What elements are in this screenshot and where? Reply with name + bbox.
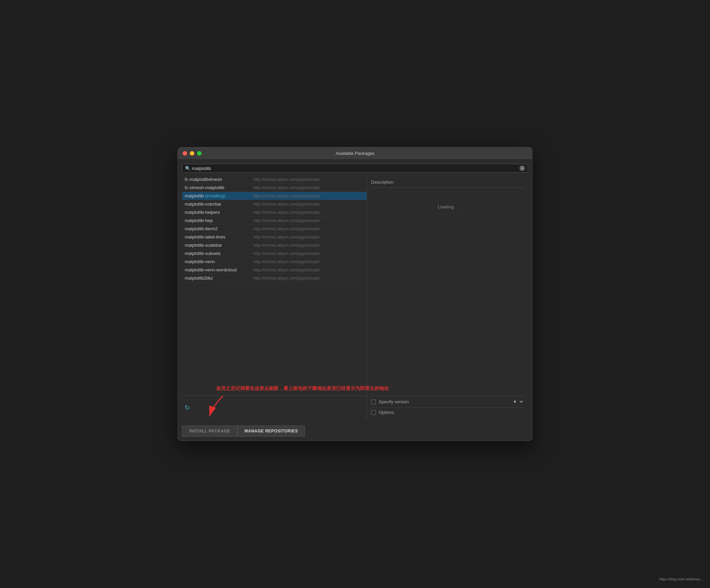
search-bar: 🔍 × <box>182 164 528 173</box>
search-icon: 🔍 <box>185 166 191 171</box>
table-row[interactable]: matplotlib-hephttp://mirrors.aliyun.com/… <box>182 217 367 225</box>
package-name: matplotlib-scalebar <box>185 243 253 248</box>
specify-version-text: Specify version <box>379 399 409 404</box>
options-label[interactable]: Options <box>371 410 394 415</box>
available-packages-window: Available Packages 🔍 × fc-matplotlib4mes… <box>178 147 532 441</box>
table-row[interactable]: matplotlib-venn-wordcloudhttp://mirrors.… <box>182 266 367 274</box>
search-clear-button[interactable]: × <box>519 166 525 171</box>
table-row[interactable]: matplotlib-vennhttp://mirrors.aliyun.com… <box>182 258 367 266</box>
table-row[interactable]: matplotlib-subsetshttp://mirrors.aliyun.… <box>182 249 367 258</box>
table-row[interactable]: matplotlib-helpershttp://mirrors.aliyun.… <box>182 208 367 217</box>
loading-text: Loading... <box>371 204 524 209</box>
package-name: matplotlib-hep <box>185 218 253 223</box>
package-name: matplotlib-venn <box>185 259 253 264</box>
footer-buttons: INSTALL PACKAGE MANAGE REPOSITORIES <box>182 422 528 437</box>
package-url: http://mirrors.aliyun.com/pypi/simple/ <box>253 268 320 272</box>
package-name: matplotlib-helpers <box>185 210 253 215</box>
specify-version-label[interactable]: Specify version <box>371 399 409 404</box>
package-name: matplotlib-colorbar <box>185 201 253 207</box>
table-row[interactable]: matplotlib-scalebarhttp://mirrors.aliyun… <box>182 241 367 249</box>
package-name: matplotlib(installing) <box>185 193 253 198</box>
titlebar: Available Packages <box>178 147 532 160</box>
options-row: Options <box>371 407 524 417</box>
table-row[interactable]: fc-simesh-matplotlibhttp://mirrors.aliyu… <box>182 184 367 192</box>
content-area: fc-matplotlib4meshhttp://mirrors.aliyun.… <box>182 175 528 420</box>
bottom-controls: 改完之后记得要在这里点刷新，看上面包的下载地址是否已经显示为阿里云的地址 ↻ <box>182 396 367 420</box>
package-url: http://mirrors.aliyun.com/pypi/simple/ <box>253 235 320 240</box>
options-text: Options <box>379 410 394 415</box>
table-row[interactable]: matplotlib-label-lineshttp://mirrors.ali… <box>182 233 367 241</box>
package-url: http://mirrors.aliyun.com/pypi/simple/ <box>253 194 320 198</box>
window-controls <box>183 151 201 156</box>
package-list[interactable]: fc-matplotlib4meshhttp://mirrors.aliyun.… <box>182 175 367 396</box>
options-checkbox[interactable] <box>371 410 376 415</box>
table-row[interactable]: fc-matplotlib4meshhttp://mirrors.aliyun.… <box>182 175 367 184</box>
arrow-icon <box>203 392 230 420</box>
close-button[interactable] <box>183 151 187 156</box>
package-name: matplotlib-venn-wordcloud <box>185 267 253 272</box>
right-panel: Description Loading... Specify version ▼ <box>367 175 528 420</box>
search-input[interactable] <box>192 166 519 171</box>
package-url: http://mirrors.aliyun.com/pypi/simple/ <box>253 218 320 223</box>
table-row[interactable]: matplotlib(installing)http://mirrors.ali… <box>182 192 367 200</box>
table-row[interactable]: matplotlib-colorbarhttp://mirrors.aliyun… <box>182 200 367 208</box>
package-name: fc-simesh-matplotlib <box>185 185 253 190</box>
package-url: http://mirrors.aliyun.com/pypi/simple/ <box>253 251 320 256</box>
window-body: 🔍 × fc-matplotlib4meshhttp://mirrors.ali… <box>178 160 532 441</box>
table-row[interactable]: matplotlib2tikzhttp://mirrors.aliyun.com… <box>182 274 367 282</box>
installing-badge: (installing) <box>205 193 225 198</box>
package-url: http://mirrors.aliyun.com/pypi/simple/ <box>253 276 320 281</box>
refresh-button[interactable]: ↻ <box>185 404 190 412</box>
version-dropdown[interactable]: ▼ <box>510 398 524 405</box>
maximize-button[interactable] <box>197 151 201 156</box>
package-url: http://mirrors.aliyun.com/pypi/simple/ <box>253 243 320 248</box>
package-url: http://mirrors.aliyun.com/pypi/simple/ <box>253 185 320 190</box>
package-url: http://mirrors.aliyun.com/pypi/simple/ <box>253 226 320 231</box>
package-url: http://mirrors.aliyun.com/pypi/simple/ <box>253 202 320 207</box>
left-panel: fc-matplotlib4meshhttp://mirrors.aliyun.… <box>182 175 367 420</box>
package-url: http://mirrors.aliyun.com/pypi/simple/ <box>253 259 320 264</box>
window-title: Available Packages <box>335 151 374 156</box>
minimize-button[interactable] <box>190 151 194 156</box>
package-url: http://mirrors.aliyun.com/pypi/simple/ <box>253 210 320 215</box>
package-name: matplotlib-subsets <box>185 251 253 256</box>
package-url: http://mirrors.aliyun.com/pypi/simple/ <box>253 177 320 182</box>
specify-version-row: Specify version ▼ <box>371 396 524 407</box>
manage-repositories-button[interactable]: MANAGE REPOSITORIES <box>237 426 305 437</box>
table-row[interactable]: matplotlib-iterm2http://mirrors.aliyun.c… <box>182 225 367 233</box>
package-name: matplotlib-label-lines <box>185 234 253 240</box>
watermark: https://blog.csdn.net/lemon... <box>659 577 703 581</box>
package-name: fc-matplotlib4mesh <box>185 177 253 182</box>
package-name: matplotlib2tikz <box>185 275 253 281</box>
description-label: Description <box>371 178 524 188</box>
install-package-button[interactable]: INSTALL PACKAGE <box>182 426 237 437</box>
specify-version-checkbox[interactable] <box>371 400 376 404</box>
package-name: matplotlib-iterm2 <box>185 226 253 231</box>
